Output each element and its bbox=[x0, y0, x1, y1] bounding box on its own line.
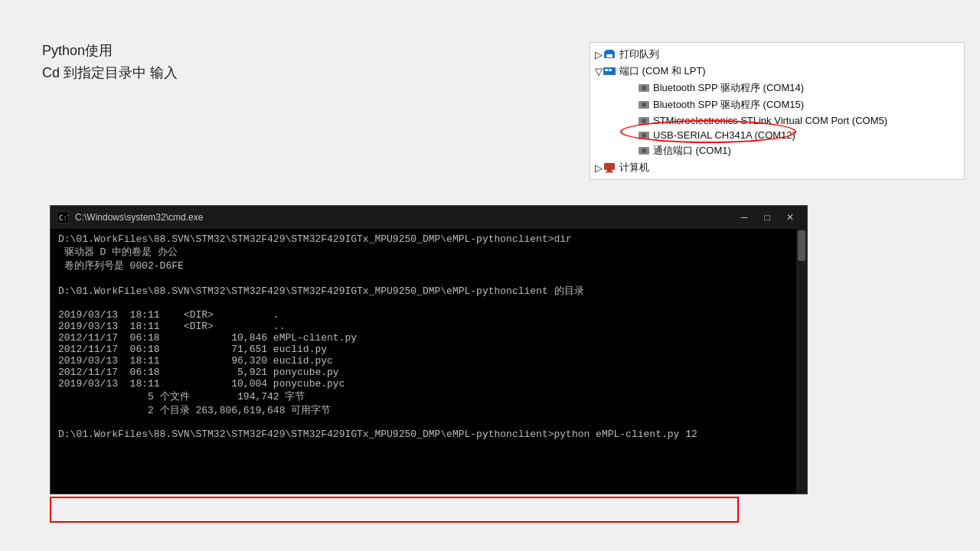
dm-label-bt15: Bluetooth SPP 驱动程序 (COM15) bbox=[653, 98, 804, 112]
comm-port-icon bbox=[638, 146, 650, 155]
svg-point-13 bbox=[642, 133, 646, 138]
svg-rect-4 bbox=[605, 69, 608, 71]
svg-rect-16 bbox=[604, 163, 615, 170]
cmd-content[interactable]: D:\01.WorkFiles\88.SVN\STM32\STM32F429\S… bbox=[51, 229, 796, 494]
svg-rect-18 bbox=[606, 171, 613, 173]
cmd-icon: C:\ bbox=[57, 211, 69, 223]
usb-serial-icon bbox=[638, 131, 650, 140]
cmd-window: C:\ C:\Windows\system32\cmd.exe ─ □ ✕ D:… bbox=[50, 205, 808, 494]
port-device-icon2 bbox=[638, 100, 650, 109]
cmd-maximize-button[interactable]: □ bbox=[756, 210, 778, 225]
svg-rect-17 bbox=[607, 170, 612, 171]
port-device-icon bbox=[638, 83, 650, 93]
ports-icon bbox=[603, 66, 616, 77]
cmd-body: D:\01.WorkFiles\88.SVN\STM32\STM32F429\S… bbox=[51, 229, 807, 494]
dm-label-stlink: STMicroelectronics STLink Virtual COM Po… bbox=[653, 115, 887, 126]
dm-stlink-com5[interactable]: STMicroelectronics STLink Virtual COM Po… bbox=[590, 113, 964, 128]
stlink-icon bbox=[638, 116, 650, 126]
dm-label-ports: 端口 (COM 和 LPT) bbox=[619, 64, 706, 78]
instruction-line2: Cd 到指定目录中 输入 bbox=[42, 62, 178, 84]
cmd-titlebar: C:\ C:\Windows\system32\cmd.exe ─ □ ✕ bbox=[51, 206, 807, 229]
svg-point-7 bbox=[642, 86, 646, 90]
svg-rect-1 bbox=[606, 54, 612, 57]
python-command-highlight bbox=[50, 497, 739, 523]
dm-label-computer: 计算机 bbox=[619, 161, 649, 174]
computer-icon bbox=[603, 162, 616, 173]
cmd-close-button[interactable]: ✕ bbox=[779, 210, 801, 225]
printer-icon bbox=[603, 49, 616, 60]
instruction-line1: Python使用 bbox=[42, 40, 178, 62]
device-manager-panel: ▷ 打印队列 ▽ 端口 (COM 和 LPT) Bluetooth SPP 驱动… bbox=[590, 42, 965, 180]
svg-text:C:\: C:\ bbox=[59, 214, 68, 222]
cmd-controls: ─ □ ✕ bbox=[733, 210, 801, 225]
instruction-block: Python使用 Cd 到指定目录中 输入 bbox=[42, 40, 178, 84]
svg-point-15 bbox=[642, 148, 646, 153]
dm-label-bt14: Bluetooth SPP 驱动程序 (COM14) bbox=[653, 81, 804, 95]
dm-print-queue[interactable]: ▷ 打印队列 bbox=[590, 46, 964, 63]
dm-arrow-computer: ▷ bbox=[595, 162, 603, 174]
dm-computer[interactable]: ▷ 计算机 bbox=[590, 159, 964, 176]
dm-label-usb-serial: USB-SERIAL CH341A (COM12) bbox=[653, 129, 795, 141]
dm-ports-category[interactable]: ▽ 端口 (COM 和 LPT) bbox=[590, 63, 964, 80]
svg-point-11 bbox=[642, 119, 646, 123]
dm-bt-com14[interactable]: Bluetooth SPP 驱动程序 (COM14) bbox=[590, 80, 964, 96]
dm-usb-serial[interactable]: USB-SERIAL CH341A (COM12) bbox=[590, 128, 964, 142]
dm-label-comm: 通信端口 (COM1) bbox=[653, 144, 731, 158]
svg-rect-2 bbox=[606, 50, 613, 53]
dm-arrow-ports: ▽ bbox=[595, 66, 603, 77]
cmd-scrollbar-thumb[interactable] bbox=[798, 230, 805, 261]
cmd-scrollbar[interactable] bbox=[796, 229, 807, 494]
cmd-minimize-button[interactable]: ─ bbox=[733, 210, 755, 225]
svg-point-9 bbox=[642, 103, 646, 107]
cmd-title: C:\Windows\system32\cmd.exe bbox=[75, 212, 733, 223]
dm-bt-com15[interactable]: Bluetooth SPP 驱动程序 (COM15) bbox=[590, 96, 964, 113]
dm-comm-com1[interactable]: 通信端口 (COM1) bbox=[590, 142, 964, 159]
dm-label-print: 打印队列 bbox=[619, 47, 659, 61]
cmd-app-icon: C:\ bbox=[57, 212, 68, 223]
dm-arrow-print: ▷ bbox=[595, 49, 603, 60]
svg-rect-5 bbox=[609, 69, 612, 71]
